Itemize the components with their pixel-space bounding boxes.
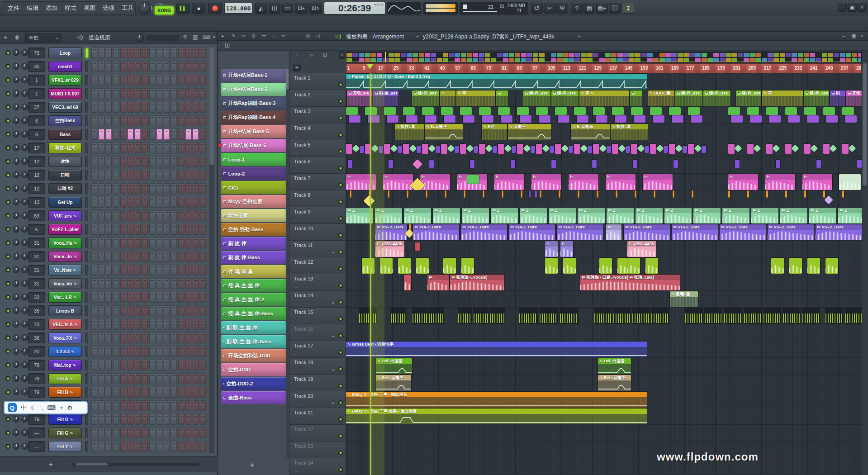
menu-视图[interactable]: 视图 [84,4,95,12]
pattern-clip[interactable]: ⊟ 开场..s-6 [347,90,372,106]
step-cell[interactable] [157,170,162,180]
pattern-clip[interactable] [823,144,830,154]
pattern-clip[interactable]: ⊟ 经-典..ass [703,90,730,106]
audio-clip[interactable]: ⊨ Z [549,208,576,223]
stop-button[interactable]: ■ [192,3,205,14]
step-cell[interactable] [164,156,170,167]
track-led[interactable] [338,266,343,271]
step-cell[interactable] [142,414,148,425]
channel-button[interactable]: VUF..ars∿ [48,210,82,221]
audio-clip[interactable] [807,258,820,274]
channel-led[interactable] [5,145,10,150]
arrangement-overview[interactable] [346,52,862,62]
step-cell[interactable] [157,210,162,221]
step-cell[interactable] [157,414,162,425]
channel-button[interactable]: Fill G∿ [48,428,82,438]
pattern-clip[interactable] [470,160,474,168]
pattern-item[interactable]: ⊟开场+结尾Bass-2 [221,83,286,96]
collapse-arrow-icon[interactable]: ▲ [332,251,335,254]
channel-selector[interactable] [85,61,88,72]
overdub-icon[interactable]: ↺ [531,3,543,14]
step-cell[interactable] [99,224,104,235]
track-lane[interactable] [346,140,862,157]
pattern-clip[interactable] [728,190,730,198]
channel-number[interactable]: ∿ [28,224,45,235]
step-cell[interactable] [128,292,133,303]
step-cell[interactable] [91,251,97,262]
step-cell[interactable] [185,88,191,99]
step-cell[interactable] [171,129,177,140]
track-lane[interactable]: ∿ 欢快..量∿ 6..音电平∿ 6 经∿ 音电平∿ 6. 音电乐∿ 欢快..量 [346,124,862,140]
pattern-clip[interactable] [384,107,396,115]
pattern-clip[interactable] [365,144,371,154]
step-cell[interactable] [135,305,141,316]
step-cell[interactable] [164,265,170,276]
channel-button[interactable]: Fill A∿ [48,373,82,384]
step-cell[interactable] [171,61,177,72]
channel-number[interactable]: 79 [28,360,45,370]
step-cell[interactable] [128,278,133,289]
pattern-clip[interactable]: ⊟ 经-典..ass [736,90,761,106]
channel-number[interactable]: --- [28,441,45,452]
track-options-icon[interactable]: ··· [294,453,299,457]
step-cell[interactable] [113,428,119,438]
channel-led[interactable] [5,335,10,340]
volume-knob[interactable] [21,307,28,314]
track-led[interactable] [338,350,343,355]
track-lane[interactable]: ⊟ 开场..s-6⊟ 副-旋..ass⊟ 经-典..ass∿∿ 平⊟⊟ 经-典.… [346,90,862,107]
audio-clip[interactable]: ⊨ [545,241,558,257]
step-cell[interactable] [185,332,191,343]
audio-clip[interactable]: ⊨ 张玮珈 - 口是..-vocals] ⊨ 张玮..cals] [580,275,680,290]
step-cell[interactable] [185,170,191,180]
track-lane[interactable]: ∿ Gross Beat - 混音电平 [346,341,862,358]
pattern-clip[interactable] [569,146,573,153]
channel-button[interactable]: 口哨 [48,170,82,180]
step-cell[interactable] [99,156,104,167]
pattern-clip[interactable] [593,144,599,154]
pattern-clip[interactable] [574,107,586,115]
track-header[interactable]: Track 13··· [289,274,346,291]
track-header[interactable]: Track 24··· [289,458,346,475]
step-cell[interactable] [113,75,119,86]
track-led[interactable] [338,200,343,204]
pattern-clip[interactable] [747,190,749,198]
channel-led[interactable] [5,376,10,381]
step-cell[interactable] [91,224,97,235]
step-cell[interactable] [193,102,199,113]
channel-number[interactable]: 1 [28,88,45,99]
step-cell[interactable] [157,332,162,343]
scroll-back-button[interactable]: < [339,51,345,59]
pattern-clip[interactable] [560,308,578,324]
rack-hscrollbar-thumb[interactable] [76,463,108,466]
step-cell[interactable] [135,61,141,72]
channel-selector[interactable] [85,292,88,303]
main-volume-knob[interactable] [138,2,151,14]
pattern-clip[interactable] [365,107,377,115]
step-cell[interactable] [200,346,206,357]
pattern-clip[interactable] [536,107,548,115]
pattern-clip[interactable] [823,190,825,198]
volume-knob[interactable] [21,266,28,273]
step-cell[interactable] [91,48,97,58]
automation-point-icon[interactable] [618,145,626,152]
step-cell[interactable] [164,129,170,140]
step-cell[interactable] [91,238,97,248]
audio-clip[interactable]: ⊨ [765,174,795,190]
audio-clip[interactable]: ⊨ Z [433,208,460,223]
pattern-clip[interactable] [535,190,537,198]
track-options-icon[interactable]: ··· [294,302,299,306]
step-cell[interactable] [99,75,104,86]
step-cell[interactable] [106,332,112,343]
step-cell[interactable] [142,332,148,343]
pattern-clip[interactable] [596,115,607,123]
step-cell[interactable] [164,332,170,343]
track-led[interactable] [338,367,343,371]
close-button[interactable]: × [858,3,867,12]
pan-knob[interactable] [13,416,19,423]
channel-selector[interactable] [85,129,88,140]
pattern-clip[interactable] [631,144,637,154]
automation-point-icon[interactable] [656,145,664,152]
step-cell[interactable] [135,210,141,221]
channel-led[interactable] [5,213,10,218]
channel-led[interactable] [5,104,10,109]
